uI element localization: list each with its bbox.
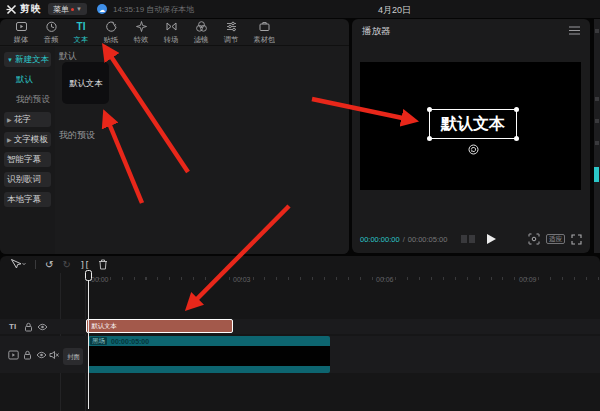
sidebar-item-local-subtitles[interactable]: 本地字幕 xyxy=(4,192,51,207)
cover-button[interactable]: 封面 xyxy=(63,348,83,365)
default-text-preset-card[interactable]: 默认文本 xyxy=(62,62,109,104)
eye-icon[interactable] xyxy=(36,351,47,359)
playhead-handle[interactable] xyxy=(85,270,92,281)
library-sidebar: ▼ 新建文本 默认 我的预设 ▶ 花字 ▶ 文字模板 智能字幕 识别歌词 xyxy=(0,47,55,254)
sidebar-item-default[interactable]: 默认 xyxy=(4,72,51,87)
media-toolbar: 媒体 音频 TI 文本 贴纸 xyxy=(0,19,349,46)
cover-button-label: 封面 xyxy=(67,352,80,361)
delete-icon[interactable] xyxy=(98,259,108,270)
black-screen-badge: 黑场 xyxy=(90,337,107,345)
text-clip[interactable]: 默认文本 xyxy=(86,319,233,333)
snapshot-icon[interactable] xyxy=(528,233,540,245)
video-clip[interactable]: 黑场 00:00:05:00 xyxy=(88,336,330,373)
split-icon[interactable]: ][ xyxy=(80,260,89,270)
undo-icon[interactable]: ↺ xyxy=(45,260,53,270)
tab-assets[interactable]: 素材包 xyxy=(246,20,282,45)
tab-effects[interactable]: 特效 xyxy=(126,20,156,45)
play-button[interactable] xyxy=(487,234,496,244)
time-separator: / xyxy=(403,235,405,244)
caret-down-icon: ▼ xyxy=(7,57,13,63)
tab-filter[interactable]: 滤镜 xyxy=(186,20,216,45)
tab-sticker[interactable]: 贴纸 xyxy=(96,20,126,45)
media-icon xyxy=(15,20,28,33)
player-title: 播放器 xyxy=(362,25,391,38)
tab-adjust-label: 调节 xyxy=(224,34,238,44)
lock-icon[interactable] xyxy=(24,322,33,332)
tab-filter-label: 滤镜 xyxy=(194,34,208,44)
resize-handle[interactable] xyxy=(514,107,519,112)
sidebar-item-recognize-lyrics[interactable]: 识别歌词 xyxy=(4,172,51,187)
video-canvas[interactable]: 默认文本 xyxy=(360,62,581,190)
tab-assets-label: 素材包 xyxy=(253,34,275,44)
video-track-icon xyxy=(8,350,19,360)
rotate-handle-icon[interactable] xyxy=(468,144,479,155)
video-clip-duration: 00:00:05:00 xyxy=(111,338,149,345)
eye-icon[interactable] xyxy=(37,323,48,331)
menu-label: 菜单 xyxy=(53,4,69,15)
redo-icon[interactable]: ↻ xyxy=(62,260,70,270)
text-clip-label: 默认文本 xyxy=(91,322,116,331)
attribute-panel-edge xyxy=(594,19,600,253)
audio-icon xyxy=(45,20,58,33)
sidebar-item-fancy-text[interactable]: ▶ 花字 xyxy=(4,112,51,127)
playhead-line[interactable] xyxy=(88,271,89,409)
tab-text-label: 文本 xyxy=(74,34,88,44)
app-title: 剪映 xyxy=(20,2,42,16)
sidebar-item-label: 智能字幕 xyxy=(7,154,41,166)
sidebar-item-my-presets[interactable]: 我的预设 xyxy=(4,92,51,107)
resize-handle[interactable] xyxy=(514,136,519,141)
sidebar-item-label: 我的预设 xyxy=(16,94,50,106)
video-clip-body xyxy=(88,346,330,366)
sidebar-item-label: 文字模板 xyxy=(14,134,48,146)
library-content: 默认 默认文本 我的预设 xyxy=(55,47,349,254)
lock-icon[interactable] xyxy=(23,350,32,360)
player-menu-icon[interactable] xyxy=(569,26,580,35)
sidebar-item-label: 新建文本 xyxy=(15,54,49,66)
fit-ratio-button[interactable]: 适应 xyxy=(546,234,565,244)
sidebar-item-label: 本地字幕 xyxy=(7,194,41,206)
tab-sticker-label: 贴纸 xyxy=(104,34,118,44)
duration-time: 00:00:05:00 xyxy=(408,235,448,244)
caret-right-icon: ▶ xyxy=(7,136,12,143)
notification-dot xyxy=(71,8,74,11)
app-window: 剪映 菜单 ▼ ☁ 14:35:19 自动保存本地 4月20日 媒体 xyxy=(0,0,600,411)
sidebar-item-smart-captions[interactable]: 智能字幕 xyxy=(4,152,51,167)
quality-icon[interactable] xyxy=(461,235,475,243)
canvas-text-selection[interactable]: 默认文本 xyxy=(429,109,517,139)
sidebar-item-new-text[interactable]: ▼ 新建文本 xyxy=(4,52,51,67)
chevron-down-icon: ▼ xyxy=(76,6,82,12)
player-panel: 播放器 默认文本 00:00:00:00 / 00:00:05:00 xyxy=(352,19,590,253)
mute-icon[interactable] xyxy=(49,350,59,360)
text-icon: TI xyxy=(77,20,86,33)
tab-adjust[interactable]: 调节 xyxy=(216,20,246,45)
project-date: 4月20日 xyxy=(378,4,411,17)
tab-transition-label: 转场 xyxy=(164,34,178,44)
resize-handle[interactable] xyxy=(427,107,432,112)
tab-transition[interactable]: 转场 xyxy=(156,20,186,45)
assets-icon xyxy=(258,20,271,33)
ruler-label: 00:06 xyxy=(376,276,394,283)
text-track-icon: TI xyxy=(9,322,16,331)
sidebar-item-label: 识别歌词 xyxy=(7,174,41,186)
cloud-sync-icon: ☁ xyxy=(97,4,107,14)
tab-text[interactable]: TI 文本 xyxy=(66,20,96,45)
tab-media[interactable]: 媒体 xyxy=(6,20,36,45)
autosave-status: 14:35:19 自动保存本地 xyxy=(113,4,194,15)
fullscreen-icon[interactable] xyxy=(571,234,582,245)
timeline-panel: ↺ ↻ ][ 00:00 00:03 00:06 00:09 .rl{top:2… xyxy=(0,256,600,411)
video-clip-header: 黑场 00:00:05:00 xyxy=(88,336,330,346)
tab-effects-label: 特效 xyxy=(134,34,148,44)
sidebar-item-label: 默认 xyxy=(16,74,33,86)
transition-icon xyxy=(165,20,178,33)
preset-card-label: 默认文本 xyxy=(69,77,102,89)
select-tool-icon[interactable] xyxy=(10,259,26,270)
filter-icon xyxy=(195,20,208,33)
ruler-label: 00:03 xyxy=(233,276,251,283)
ruler-label: 00:00 xyxy=(91,276,109,283)
tab-audio[interactable]: 音频 xyxy=(36,20,66,45)
divider xyxy=(35,260,36,269)
canvas-text: 默认文本 xyxy=(441,114,505,135)
resize-handle[interactable] xyxy=(427,136,432,141)
sidebar-item-text-template[interactable]: ▶ 文字模板 xyxy=(4,132,51,147)
menu-button[interactable]: 菜单 ▼ xyxy=(48,3,87,15)
